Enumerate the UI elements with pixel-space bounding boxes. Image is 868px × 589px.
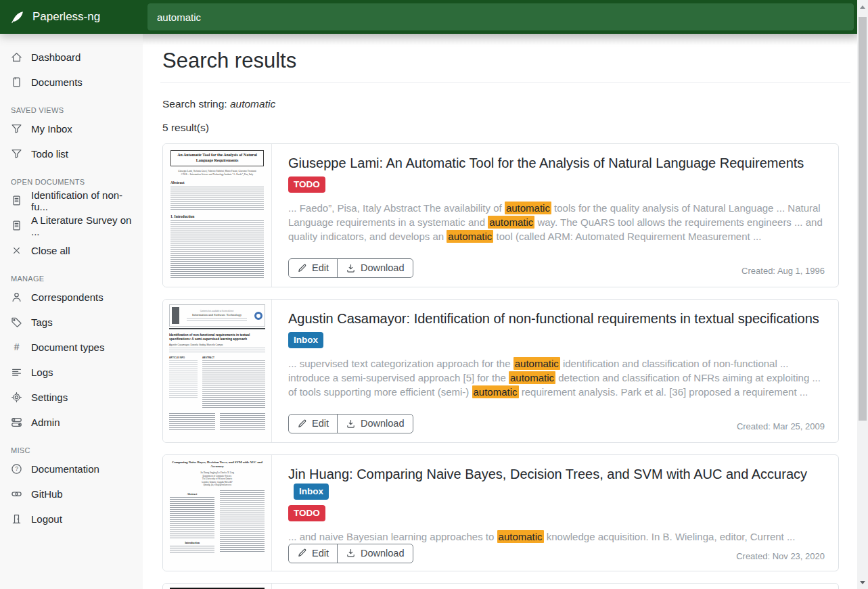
edit-label: Edit [312,418,329,429]
sidebar-item-correspondents[interactable]: Correspondents [0,285,143,310]
feather-logo-icon [10,9,25,24]
download-button[interactable]: Download [337,259,413,277]
document-title-link[interactable]: Giuseppe Lami: An Automatic Tool for the… [288,154,825,172]
result-body: Agustin Casamayor: Identification of non… [272,300,838,442]
sidebar-item-label: Documents [31,76,83,88]
elsevier-logo [172,307,179,324]
tag-icon [11,316,22,328]
sidebar-item-documentation[interactable]: ? Documentation [0,456,143,481]
down-arrow-icon [860,581,865,584]
search-string-label: Search string: [162,98,227,110]
sidebar-item-logs[interactable]: Logs [0,360,143,385]
scroll-up-button[interactable] [857,2,868,11]
sidebar-item-document-types[interactable]: # Document types [0,335,143,360]
title-divider [160,82,850,83]
gear-icon [11,392,22,403]
created-date: Created: Mar 25, 2009 [737,421,825,433]
search-string-line: Search string: automatic [162,97,839,111]
tag-row: TODO [288,176,825,193]
download-button[interactable]: Download [337,415,413,433]
tag-row: Inbox [288,332,825,348]
question-circle-icon: ? [11,463,22,475]
sidebar-item-settings[interactable]: Settings [0,385,143,410]
toggles-icon [11,417,22,428]
sidebar-item-github[interactable]: GitHub [0,481,143,506]
edit-button[interactable]: Edit [289,544,337,563]
pencil-icon [297,419,307,429]
document-title-link[interactable]: Agustin Casamayor: Identification of non… [288,310,825,327]
edit-button[interactable]: Edit [289,259,337,277]
sidebar-item-my-inbox[interactable]: My Inbox [0,116,143,141]
document-title-text: Agustin Casamayor: Identification of non… [288,311,819,326]
thumb-paper-authors: Giuseppe Lami, Stefania Gnesi, Fabrizio … [170,170,264,176]
result-excerpt: ... and naive Bayesian learning approach… [288,529,825,544]
results-list: An Automatic Tool for the Analysis of Na… [162,143,839,589]
document-thumbnail[interactable] [163,584,272,589]
sidebar-item-open-doc-2[interactable]: A Literature Survey on ... [0,213,143,238]
svg-text:?: ? [15,465,18,472]
journal-logo [254,312,262,320]
sidebar-item-admin[interactable]: Admin [0,410,143,435]
sidebar-item-label: Admin [31,417,60,428]
door-icon [11,513,22,525]
sidebar-item-tags[interactable]: Tags [0,310,143,335]
sidebar-item-label: Logs [31,367,53,378]
document-thumbnail[interactable]: An Automatic Tool for the Analysis of Na… [163,144,272,287]
card-actions: Edit Download [288,544,413,563]
download-icon [346,263,356,273]
sidebar-section-open-documents: OPEN DOCUMENTS [11,178,132,186]
search-input[interactable] [147,3,854,30]
tag-badge-inbox[interactable]: Inbox [288,332,323,348]
scrollbar-track[interactable] [857,0,868,589]
sidebar-item-todo-list[interactable]: Todo list [0,141,143,166]
thumb-journal-mid: Contents lists available at ScienceDirec… [181,310,252,321]
thumb-text-lines [187,318,247,321]
edit-button[interactable]: Edit [289,415,337,433]
sidebar-item-label: Logout [31,513,62,525]
sidebar-item-documents[interactable]: Documents [0,70,143,95]
link-icon [11,488,22,500]
scroll-down-button[interactable] [857,578,868,587]
sidebar-item-label: Dashboard [31,51,81,63]
download-label: Download [361,418,405,429]
sidebar-item-label: Close all [31,245,70,256]
thumb-heading: Introduction [170,541,214,544]
created-value: Mar 25, 2009 [773,421,825,431]
thumb-text-lines [220,413,266,431]
sidebar-item-close-all[interactable]: Close all [0,238,143,263]
document-title-link[interactable]: Jin Huang: Comparing Naive Bayes, Decisi… [288,465,825,500]
brand-link[interactable]: Paperless-ng [0,9,143,24]
card-footer: Edit Download Created: Nov 23, 2020 [288,544,825,563]
sidebar-item-label: My Inbox [31,123,72,135]
created-prefix: Created: [737,421,773,431]
card-actions: Edit Download [288,414,413,433]
paperless-app: Paperless-ng Dashboard Documents SAVED V… [0,0,868,589]
thumb-columns: Abstract Introduction [170,490,265,554]
document-thumbnail[interactable]: Contents lists available at ScienceDirec… [163,300,272,442]
thumb-columns: ARTICLE INFO ABSTRACT [169,356,265,409]
sidebar-item-open-doc-1[interactable]: Identification of non-fu... [0,188,143,213]
thumb-heading: 1. Introduction [170,214,264,218]
created-prefix: Created: [736,551,772,561]
pencil-icon [297,263,307,273]
document-thumbnail[interactable]: Comparing Naive Bayes, Decision Trees, a… [163,455,272,571]
scrollbar-thumb[interactable] [859,17,867,421]
created-value: Aug 1, 1996 [777,266,825,276]
download-button[interactable]: Download [337,544,413,563]
thumb-columns [169,413,265,431]
tag-badge-todo[interactable]: TODO [288,505,325,521]
sidebar-item-dashboard[interactable]: Dashboard [0,45,143,70]
created-value: Nov 23, 2020 [773,551,825,561]
download-label: Download [361,548,405,559]
close-icon [11,245,22,256]
thumb-journal-title: Information and Software Technology [181,313,252,317]
result-excerpt: ... supervised text categorization appro… [288,356,825,399]
edit-label: Edit [312,548,329,559]
tag-badge-todo[interactable]: TODO [288,176,325,193]
thumb-column: ABSTRACT [202,356,265,409]
thumb-text-lines [169,348,265,352]
thumb-heading: Abstract [170,181,264,185]
thumb-heading: ARTICLE INFO [169,356,198,359]
tag-badge-inbox[interactable]: Inbox [294,484,329,500]
sidebar-item-logout[interactable]: Logout [0,506,143,532]
